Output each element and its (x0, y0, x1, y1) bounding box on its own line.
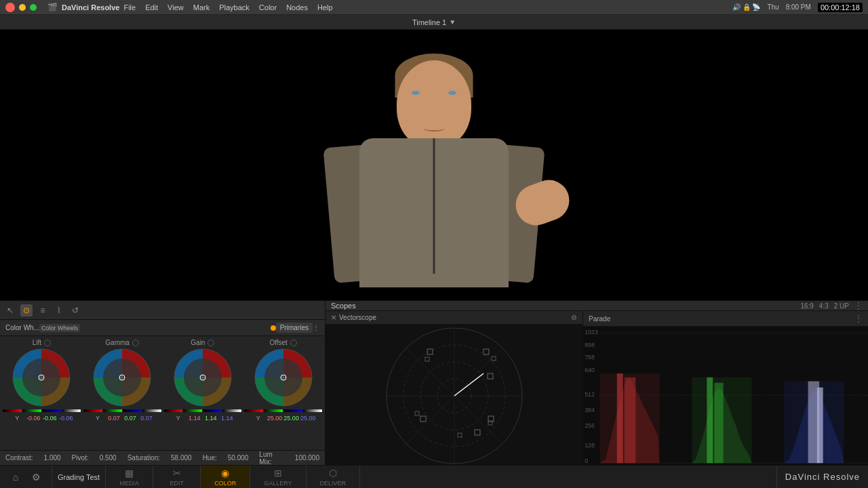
wheel-gain: Gain (164, 339, 242, 447)
svg-rect-41 (415, 411, 419, 415)
traffic-light-yellow[interactable] (19, 4, 26, 11)
timeline-bar: Timeline 1 ▼ (0, 15, 868, 30)
nav-tab-gallery[interactable]: ⊞ GALLERY (250, 466, 306, 488)
deliver-icon: ⬡ (329, 468, 337, 479)
nav-tab-media[interactable]: ▦ MEDIA (106, 466, 153, 488)
vs-settings-icon[interactable]: ⚙ (571, 314, 577, 321)
timeline-label[interactable]: Timeline 1 (412, 18, 446, 26)
menu-help[interactable]: Help (317, 3, 333, 12)
wheel-lift-label: Lift (33, 339, 51, 346)
color-indicator (271, 325, 276, 331)
menu-nodes[interactable]: Nodes (286, 3, 308, 12)
parade-menu-icon[interactable]: ⋮ (854, 314, 863, 323)
wheel-gamma: Gamma (83, 339, 161, 447)
vectorscope-canvas (326, 325, 583, 467)
wheel-offset: Offset (244, 339, 322, 447)
parade-label: Parade (589, 315, 610, 323)
svg-text:768: 768 (585, 354, 595, 361)
traffic-light-green[interactable] (30, 4, 37, 11)
menu-view[interactable]: View (167, 3, 184, 12)
gallery-label: GALLERY (264, 480, 292, 487)
color-icon: ◉ (221, 468, 229, 479)
menu-color[interactable]: Color (259, 3, 277, 12)
nav-tab-edit[interactable]: ✂ EDIT (153, 466, 201, 488)
scopes-content: ✕ Vectorscope ⚙ (326, 311, 868, 474)
wheel-gain-reset[interactable] (208, 340, 214, 346)
wheel-lift-svg (12, 348, 71, 407)
toolbar-icon-curves[interactable]: ⌇ (53, 304, 65, 317)
saturation-label: Saturation: (127, 454, 160, 462)
lum-mix-value: 100.000 (295, 454, 319, 462)
wheel-offset-reset[interactable] (290, 340, 297, 346)
svg-text:898: 898 (585, 342, 595, 348)
timecode: 00:00:12:18 (818, 3, 863, 12)
svg-rect-60 (707, 378, 713, 464)
parade-svg: 1023 898 768 640 512 384 256 128 0 (583, 327, 868, 467)
toolbar-icon-refresh[interactable]: ↺ (69, 304, 81, 317)
vectorscope-panel: ✕ Vectorscope ⚙ (326, 311, 583, 474)
wheel-gamma-canvas[interactable] (92, 348, 152, 407)
brand-name: DaVinci Resolve (785, 472, 860, 482)
scopes-controls: 16:9 4:3 2 UP ⋮ (800, 301, 863, 310)
nav-tab-deliver[interactable]: ⬡ DELIVER (307, 466, 361, 488)
svg-rect-57 (617, 373, 623, 463)
menu-mark[interactable]: Mark (193, 3, 210, 12)
toolbar-icon-bars[interactable]: ≡ (37, 304, 49, 317)
svg-text:640: 640 (585, 367, 595, 373)
nav-right: DaVinci Resolve (776, 466, 868, 488)
video-letterbox-right (671, 30, 868, 300)
color-wheels-title: Color Wh... (5, 324, 39, 331)
person-figure (281, 40, 587, 298)
scopes-panel: Scopes 16:9 4:3 2 UP ⋮ ✕ Vectorscope ⚙ (326, 301, 868, 465)
pivot-value: 0.500 (100, 454, 117, 462)
parade-header: Parade ⋮ (583, 311, 868, 327)
hue-label: Hue: (203, 454, 217, 462)
svg-rect-32 (488, 373, 493, 379)
nav-settings-button[interactable]: ⚙ (28, 470, 43, 485)
zoom-label: 2 UP (834, 302, 849, 310)
wheel-lift-sliders (3, 409, 81, 413)
menu-playback[interactable]: Playback (219, 3, 250, 12)
clock-time: 8:00 PM (786, 3, 811, 11)
wheel-lift-reset[interactable] (44, 340, 51, 346)
menu-edit[interactable]: Edit (145, 3, 158, 12)
info-bar: Contrast: 1.000 Pivot: 0.500 Saturation:… (0, 450, 325, 465)
wheel-gamma-reset[interactable] (132, 340, 139, 346)
ratio-label: 16:9 (800, 302, 813, 310)
svg-text:384: 384 (585, 407, 595, 413)
scopes-header: Scopes 16:9 4:3 2 UP ⋮ (326, 301, 868, 311)
gallery-icon: ⊞ (274, 468, 282, 479)
project-name: Grading Test (52, 466, 106, 488)
wheels-menu-icon[interactable]: ⋮ (313, 324, 319, 331)
color-wheels-panel: ↖ ⊙ ≡ ⌇ ↺ Color Wh... Color Wheels Prima… (0, 301, 326, 465)
svg-text:1023: 1023 (585, 329, 598, 336)
titlebar-right: 🔊 🔒 📡 Thu 8:00 PM 00:00:12:18 (732, 3, 863, 12)
color-label: COLOR (214, 480, 236, 487)
toolbar-icon-pointer[interactable]: ↖ (4, 304, 16, 317)
primaries-button[interactable]: Primaries (276, 323, 313, 333)
ratio2-label: 4:3 (819, 302, 829, 310)
timeline-dropdown-icon[interactable]: ▼ (449, 18, 456, 26)
wheel-lift: Lift (3, 339, 81, 447)
vs-close-icon[interactable]: ✕ (331, 314, 336, 321)
clock-day: Thu (767, 3, 778, 11)
edit-label: EDIT (170, 480, 184, 487)
wheel-offset-canvas[interactable] (254, 348, 313, 407)
titlebar: 🎬 DaVinci Resolve File Edit View Mark Pl… (0, 0, 868, 15)
nav-tab-color[interactable]: ◉ COLOR (201, 466, 250, 488)
wheel-gamma-values: Y 0.07 0.07 0.07 (90, 415, 154, 422)
toolbar-icon-wheel[interactable]: ⊙ (20, 304, 33, 317)
wheel-lift-canvas[interactable] (12, 348, 71, 407)
svg-line-38 (454, 373, 484, 396)
scopes-menu-icon[interactable]: ⋮ (854, 301, 863, 310)
video-content (199, 33, 670, 298)
zipper (433, 138, 435, 274)
wheel-gain-svg (173, 348, 233, 407)
wheel-gain-sliders (164, 409, 242, 413)
traffic-light-red[interactable] (5, 3, 15, 12)
wheel-gain-canvas[interactable] (173, 348, 233, 407)
nav-home-button[interactable]: ⌂ (8, 470, 23, 485)
svg-rect-58 (625, 378, 636, 464)
scopes-title: Scopes (331, 302, 356, 310)
menu-file[interactable]: File (123, 3, 136, 12)
